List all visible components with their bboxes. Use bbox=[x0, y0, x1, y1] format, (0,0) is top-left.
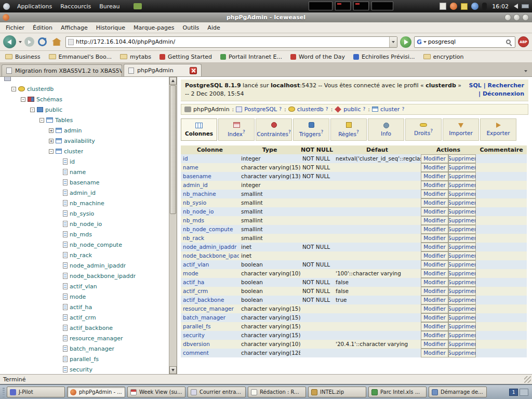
bookmark-item[interactable]: Business bbox=[5, 54, 41, 60]
menu-item[interactable]: Aide bbox=[204, 23, 223, 32]
tree-toggle[interactable]: - bbox=[21, 97, 25, 102]
modify-link[interactable]: Modifier bbox=[423, 314, 445, 321]
help-link[interactable]: ? bbox=[356, 129, 359, 135]
search-engine-icon[interactable]: G bbox=[417, 38, 422, 46]
modify-link[interactable]: Modifier bbox=[423, 341, 445, 347]
delete-link[interactable]: Supprimer bbox=[448, 252, 476, 259]
help-link[interactable]: ? bbox=[402, 107, 404, 112]
delete-link[interactable]: Supprimer bbox=[448, 217, 476, 223]
delete-link[interactable]: Supprimer bbox=[448, 279, 476, 285]
column-link[interactable]: comment bbox=[183, 350, 209, 356]
delete-link[interactable]: Supprimer bbox=[448, 173, 476, 179]
tab-close-button[interactable] bbox=[190, 67, 197, 74]
delete-link[interactable]: Supprimer bbox=[448, 297, 476, 303]
menu-item[interactable]: Édition bbox=[29, 23, 56, 32]
delete-link[interactable]: Supprimer bbox=[448, 305, 476, 312]
tree-item[interactable]: actif_backbone bbox=[0, 323, 169, 333]
screenshot-tool-icon[interactable] bbox=[134, 3, 142, 9]
tree-item[interactable]: nb_node_io bbox=[0, 219, 169, 229]
tree-item[interactable]: + admin bbox=[0, 125, 169, 136]
breadcrumb-link[interactable]: cluster bbox=[380, 106, 400, 113]
tree-item[interactable]: nb_rack bbox=[0, 250, 169, 260]
help-link[interactable]: ? bbox=[243, 129, 245, 135]
delete-link[interactable]: Supprimer bbox=[448, 270, 476, 276]
tree-item[interactable]: - Schémas bbox=[0, 94, 169, 104]
search-input[interactable] bbox=[428, 38, 504, 45]
column-link[interactable]: id bbox=[183, 155, 188, 162]
tree-item[interactable]: parallel_fs bbox=[0, 354, 169, 364]
tree-item[interactable]: - cluster bbox=[0, 146, 169, 156]
column-link[interactable]: parallel_fs bbox=[183, 323, 210, 329]
delete-link[interactable]: Supprimer bbox=[448, 332, 476, 338]
column-link[interactable]: nb_mds bbox=[183, 217, 204, 223]
tree-item[interactable]: - Tables bbox=[0, 115, 169, 125]
tree-item[interactable] bbox=[0, 77, 169, 84]
tree-item[interactable]: nb_machine bbox=[0, 198, 169, 208]
modify-link[interactable]: Modifier bbox=[423, 323, 445, 329]
panel-menu[interactable]: Raccourcis bbox=[60, 3, 91, 10]
pga-tab[interactable]: Règles? bbox=[330, 118, 367, 141]
tree-item[interactable]: - clusterdb bbox=[0, 84, 169, 94]
window-titlebar[interactable]: phpPgAdmin - Iceweasel bbox=[0, 12, 532, 22]
modify-link[interactable]: Modifier bbox=[423, 261, 445, 268]
tree-item[interactable]: mode bbox=[0, 291, 169, 302]
panel-menu[interactable]: Applications bbox=[17, 3, 52, 10]
scroll-up-button[interactable] bbox=[169, 77, 177, 85]
scrollbar-thumb[interactable] bbox=[170, 85, 176, 214]
column-link[interactable]: basename bbox=[183, 173, 211, 179]
delete-link[interactable]: Supprimer bbox=[448, 155, 476, 162]
column-link[interactable]: nb_rack bbox=[183, 235, 204, 241]
taskbar-item[interactable]: Démarrage de... bbox=[429, 387, 487, 397]
menu-item[interactable]: Outils bbox=[179, 23, 203, 32]
taskbar-item[interactable]: J-Pilot bbox=[7, 387, 65, 397]
taskbar-item[interactable]: Week View (su... bbox=[127, 387, 185, 397]
tree-scrollbar[interactable] bbox=[169, 77, 177, 374]
help-link[interactable]: ? bbox=[279, 107, 282, 112]
workspace-active[interactable]: 1 bbox=[509, 389, 518, 396]
column-link[interactable]: name bbox=[183, 164, 198, 170]
delete-link[interactable]: Supprimer bbox=[448, 323, 476, 329]
reload-button[interactable] bbox=[38, 37, 47, 46]
modify-link[interactable]: Modifier bbox=[423, 155, 445, 162]
help-link[interactable]: ? bbox=[326, 107, 328, 112]
taskbar-item[interactable]: Courrier entra... bbox=[188, 387, 246, 397]
tree-item[interactable]: actif_crm bbox=[0, 312, 169, 323]
menu-item[interactable]: Historique bbox=[92, 23, 129, 32]
modify-link[interactable]: Modifier bbox=[423, 244, 445, 250]
delete-link[interactable]: Supprimer bbox=[448, 350, 476, 356]
column-link[interactable]: nb_node_io bbox=[183, 208, 214, 215]
tree-item[interactable]: name bbox=[0, 167, 169, 177]
tree-toggle[interactable]: - bbox=[49, 149, 54, 154]
column-link[interactable]: actif_backbone bbox=[183, 297, 224, 303]
bookmark-item[interactable]: mytabs bbox=[120, 54, 151, 60]
panel-handle[interactable] bbox=[3, 387, 5, 397]
search-link[interactable]: Rechercher bbox=[488, 82, 524, 89]
browser-tab[interactable]: phpPgAdmin bbox=[124, 64, 202, 76]
window-menu-icon[interactable] bbox=[3, 14, 9, 21]
home-button[interactable] bbox=[52, 38, 61, 46]
workspace-other[interactable] bbox=[520, 389, 528, 396]
column-link[interactable]: actif_ha bbox=[183, 279, 204, 285]
minimize-button[interactable] bbox=[504, 14, 511, 21]
tree-item[interactable]: actif_ha bbox=[0, 302, 169, 312]
tree-item[interactable]: id bbox=[0, 156, 169, 167]
modify-link[interactable]: Modifier bbox=[423, 270, 445, 276]
back-history-dropdown-icon[interactable] bbox=[19, 41, 22, 43]
tree-item[interactable]: nb_mds bbox=[0, 229, 169, 240]
back-button[interactable] bbox=[3, 35, 16, 48]
column-link[interactable]: node_backbone_ipaddr bbox=[183, 252, 239, 259]
window-preview[interactable] bbox=[371, 2, 393, 10]
pga-tab[interactable]: Info bbox=[368, 118, 404, 141]
modify-link[interactable]: Modifier bbox=[423, 252, 445, 259]
mouse-tray-icon[interactable] bbox=[482, 3, 487, 10]
url-input[interactable] bbox=[74, 38, 389, 45]
modify-link[interactable]: Modifier bbox=[423, 297, 445, 303]
scroll-down-button[interactable] bbox=[169, 366, 177, 374]
column-link[interactable]: actif_crm bbox=[183, 288, 208, 294]
window-preview[interactable] bbox=[353, 2, 369, 10]
menu-item[interactable]: Fichier bbox=[2, 23, 28, 32]
bookmark-item[interactable]: Getting Started bbox=[159, 54, 212, 60]
tree-item[interactable]: node_admin_ipaddr bbox=[0, 260, 169, 271]
modify-link[interactable]: Modifier bbox=[423, 235, 445, 241]
breadcrumb-link[interactable]: clusterdb bbox=[297, 106, 324, 113]
